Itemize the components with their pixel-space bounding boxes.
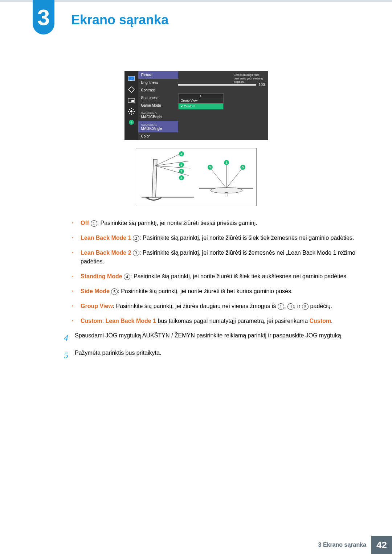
bullet-side: Side Mode 5: Pasirinkite šią parinktį, j… [81, 287, 356, 296]
off-label: Off [81, 220, 89, 226]
marker-2: 2 [179, 169, 184, 174]
lb1-text: : Pasirinkite šią parinktį, jei norite ž… [139, 235, 354, 241]
osd-hint-text: Select an angle that best suits your vie… [234, 73, 266, 84]
brightness-slider [178, 84, 256, 86]
step5-num: 5 [58, 349, 68, 362]
stand-num: 4 [124, 274, 130, 280]
custom-t2: bus taikomas pagal numatytąjį parametrą,… [156, 318, 309, 324]
marker-5a: 5 [208, 165, 213, 170]
off-num: 1 [91, 220, 97, 227]
group-label: Group View [81, 303, 113, 309]
svg-line-24 [211, 168, 226, 188]
size-icon [128, 86, 135, 93]
step-5: 5 Pažymėta parinktis bus pritaikyta. [58, 349, 356, 362]
picture-icon [128, 75, 135, 82]
dropdown-custom: Custom [179, 103, 223, 109]
chapter-title: Ekrano sąranka [58, 2, 392, 28]
magicbright-label: MAGICBright [141, 115, 163, 119]
osd-screenshot: i Picture Brightness Contrast Sharpness … [124, 71, 268, 140]
svg-line-18 [155, 166, 190, 168]
angle-diagram: 4 1 2 3 5 1 5 [136, 148, 257, 206]
diagram-side-view: 4 1 2 3 [136, 148, 196, 206]
step4-num: 4 [58, 331, 68, 345]
footer-page-number: 42 [371, 536, 392, 554]
svg-rect-1 [130, 81, 132, 81]
svg-line-9 [129, 109, 130, 110]
marker-1b: 1 [224, 160, 229, 165]
angle-dropdown: Group View Custom [178, 93, 224, 110]
bullet-off: Off 1: Pasirinkite šią parinktį, jei nor… [81, 219, 356, 228]
custom-label2: Custom [310, 318, 331, 324]
custom-t3: . [331, 318, 332, 324]
lb2-label: Lean Back Mode 2 [81, 250, 131, 256]
bullet-leanback2: Lean Back Mode 2 3: Pasirinkite šią pari… [81, 249, 356, 267]
custom-label: Custom [81, 318, 102, 324]
svg-line-26 [226, 168, 242, 188]
stand-text: : Pasirinkite šią parinktį, jei norite ž… [130, 273, 348, 279]
svg-rect-3 [131, 100, 134, 102]
group-sep1: , [284, 303, 287, 309]
dropdown-up-arrow [179, 94, 223, 98]
osd-item-sharpness: Sharpness [138, 94, 178, 102]
page-header: 3 Ekrano sąranka [0, 2, 392, 28]
group-n3: 5 [302, 303, 309, 310]
svg-line-12 [129, 113, 130, 114]
osd-item-contrast: Contrast [138, 86, 178, 94]
step4-text: Spausdami JOG mygtuką AUKŠTYN / ŽEMYN pa… [75, 331, 356, 345]
osd-item-magicbright: SAMSUNG MAGICBright [138, 109, 178, 121]
group-post: padėčių. [309, 303, 332, 309]
step-4: 4 Spausdami JOG mygtuką AUKŠTYN / ŽEMYN … [58, 331, 356, 345]
dropdown-groupview: Group View [179, 98, 223, 103]
info-icon: i [128, 119, 135, 126]
brand-samsung2: SAMSUNG [141, 123, 157, 127]
side-label: Side Mode [81, 288, 110, 294]
lb2-num: 3 [133, 250, 139, 256]
osd-item-gamemode: Game Mode [138, 102, 178, 109]
brand-samsung: SAMSUNG [141, 112, 157, 115]
magicangle-label: MAGICAngle [141, 127, 162, 131]
side-num: 5 [111, 288, 118, 295]
svg-line-11 [133, 109, 134, 110]
osd-sidebar-icons: i [124, 71, 138, 140]
osd-item-color: Color [138, 132, 178, 140]
stand-label: Standing Mode [81, 273, 122, 279]
osd-item-magicangle: SAMSUNG MAGICAngle [138, 121, 178, 132]
svg-line-10 [133, 113, 134, 114]
group-pre: : Pasirinkite šią parinktį, jei žiūrės d… [113, 303, 278, 309]
off-text: : Pasirinkite šią parinktį, jei norite ž… [97, 220, 257, 226]
svg-text:i: i [131, 120, 132, 124]
pip-icon [128, 97, 135, 104]
custom-bold2: Lean Back Mode 1 [105, 318, 156, 324]
osd-item-brightness: Brightness [138, 79, 178, 86]
bullet-leanback1: Lean Back Mode 1 2: Pasirinkite šią pari… [81, 234, 356, 243]
bullet-custom: Custom: Lean Back Mode 1 bus taikomas pa… [81, 317, 356, 326]
marker-1a: 1 [179, 162, 184, 167]
settings-icon [128, 108, 135, 115]
svg-rect-16 [145, 197, 149, 198]
page-footer: 3 Ekrano sąranka 42 [318, 536, 392, 554]
svg-point-4 [130, 110, 132, 112]
chapter-number-badge: 3 [33, 0, 54, 34]
content-body: Off 1: Pasirinkite šią parinktį, jei nor… [58, 219, 356, 362]
svg-rect-0 [128, 76, 135, 81]
group-sep2: ; ir [294, 303, 302, 309]
footer-chapter-text: 3 Ekrano sąranka [318, 542, 367, 548]
marker-5b: 5 [240, 165, 245, 170]
bullet-groupview: Group View: Pasirinkite šią parinktį, je… [81, 302, 356, 311]
lb1-label: Lean Back Mode 1 [81, 235, 131, 241]
osd-menu-labels: Picture Brightness Contrast Sharpness Ga… [138, 71, 178, 140]
osd-menu-header: Picture [138, 71, 178, 79]
marker-3: 3 [179, 175, 184, 180]
bullet-standing: Standing Mode 4: Pasirinkite šią parinkt… [81, 272, 356, 281]
diagram-top-view: 5 1 5 [196, 148, 256, 206]
osd-right-panel: Select an angle that best suits your vie… [178, 71, 268, 140]
group-n2: 4 [287, 303, 294, 310]
group-n1: 1 [278, 303, 284, 310]
step5-text: Pažymėta parinktis bus pritaikyta. [75, 349, 356, 362]
side-text: : Pasirinkite šią parinktį, jei norite ž… [118, 288, 293, 294]
lb1-num: 2 [133, 235, 139, 242]
marker-4: 4 [179, 151, 184, 156]
